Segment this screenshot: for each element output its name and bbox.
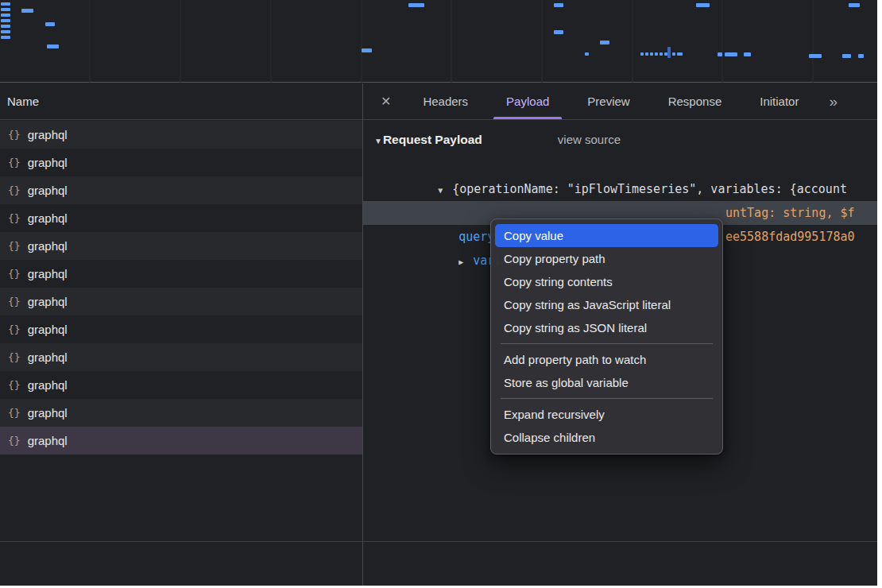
context-menu: Copy value Copy property path Copy strin… <box>490 219 723 455</box>
details-tab[interactable]: Preview <box>568 83 648 119</box>
payload-root-row[interactable]: ▼{operationName: "ipFlowTimeseries", var… <box>363 153 877 177</box>
request-row[interactable]: {} graphql <box>0 371 362 399</box>
json-icon: {} <box>8 323 21 335</box>
network-overview-timeline[interactable] <box>0 0 877 83</box>
property-value-right: ee5588fdad995178a0 <box>725 225 855 249</box>
context-menu-separator <box>501 398 713 399</box>
json-icon: {} <box>8 435 21 447</box>
menu-item-label: Expand recursively <box>504 408 605 421</box>
request-name: graphql <box>28 323 68 336</box>
context-menu-item[interactable]: Copy string as JavaScript literal <box>495 293 718 316</box>
request-name: graphql <box>28 350 68 364</box>
statusbar-divider <box>0 541 877 542</box>
request-row[interactable]: {} graphql <box>0 149 362 176</box>
context-menu-item[interactable]: Copy string as JSON literal <box>495 316 718 339</box>
context-menu-item[interactable]: Copy string contents <box>495 270 718 293</box>
details-tab[interactable]: Response <box>649 83 741 119</box>
property-value-right: untTag: string, $f <box>725 201 855 225</box>
menu-item-label: Copy value <box>504 229 563 242</box>
menu-item-label: Copy string contents <box>504 275 613 288</box>
request-row[interactable]: {} graphql <box>0 315 362 343</box>
request-name: graphql <box>28 128 68 141</box>
request-list: {} graphql {} graphql {} graphql {} grap… <box>0 121 362 455</box>
details-tabbar: ✕ Headers Payload Preview Response <box>363 83 877 120</box>
json-icon: {} <box>8 212 21 224</box>
view-source-link[interactable]: view source <box>558 133 621 146</box>
details-tabs: Headers Payload Preview Response Initiat… <box>404 83 818 119</box>
name-column-label: Name <box>7 95 39 108</box>
tab-label: Response <box>668 95 722 108</box>
devtools-window: Name {} graphql {} graphql {} graphql {}… <box>0 0 877 586</box>
tab-label: Initiator <box>760 95 799 108</box>
request-row[interactable]: {} graphql <box>0 427 362 455</box>
request-name: graphql <box>28 156 68 169</box>
menu-item-label: Store as global variable <box>504 376 629 389</box>
close-details-icon[interactable]: ✕ <box>363 94 404 109</box>
json-icon: {} <box>8 184 21 196</box>
menu-item-label: Collapse children <box>504 431 595 444</box>
menu-item-label: Copy string as JavaScript literal <box>504 298 671 311</box>
payload-operationname-row[interactable]: operationName: "ipFlowTimeseries" <box>363 177 877 201</box>
context-menu-separator <box>501 343 713 344</box>
menu-item-label: Add property path to watch <box>504 353 646 366</box>
menu-item-label: Copy property path <box>504 252 605 265</box>
expander-right-icon[interactable]: ▶ <box>458 250 473 274</box>
json-icon: {} <box>8 240 21 252</box>
request-row[interactable]: {} graphql <box>0 399 362 427</box>
json-icon: {} <box>8 351 21 363</box>
tab-label: Preview <box>587 95 629 108</box>
context-menu-item[interactable]: Add property path to watch <box>495 348 718 371</box>
tab-label: Payload <box>506 95 549 108</box>
request-name: graphql <box>28 211 68 225</box>
context-menu-item[interactable]: Store as global variable <box>495 371 718 394</box>
request-row[interactable]: {} graphql <box>0 232 362 260</box>
request-payload-section-header[interactable]: ▼ Request Payload view source <box>374 133 877 147</box>
details-tab[interactable]: Payload <box>487 83 568 119</box>
request-name: graphql <box>28 267 68 280</box>
context-menu-item[interactable]: Copy property path <box>495 247 718 270</box>
request-name: graphql <box>28 434 68 447</box>
context-menu-item[interactable]: Expand recursively <box>495 403 718 426</box>
json-icon: {} <box>8 129 21 141</box>
context-menu-item[interactable]: Copy value <box>495 224 718 247</box>
request-row[interactable]: {} graphql <box>0 343 362 371</box>
json-icon: {} <box>8 157 21 168</box>
details-tab[interactable]: Initiator <box>741 83 818 119</box>
context-menu-item[interactable]: Collapse children <box>495 426 718 449</box>
json-icon: {} <box>8 268 21 280</box>
more-tabs-icon[interactable]: » <box>829 93 837 110</box>
panel-divider[interactable] <box>362 83 363 586</box>
json-icon: {} <box>8 296 21 308</box>
request-row[interactable]: {} graphql <box>0 204 362 232</box>
request-name: graphql <box>28 378 68 392</box>
request-row[interactable]: {} graphql <box>0 288 362 315</box>
request-name: graphql <box>28 184 68 197</box>
menu-item-label: Copy string as JSON literal <box>504 321 647 335</box>
request-row[interactable]: {} graphql <box>0 176 362 204</box>
json-icon: {} <box>8 379 21 391</box>
tab-label: Headers <box>423 95 468 108</box>
name-column-header[interactable]: Name <box>0 83 362 120</box>
request-row[interactable]: {} graphql <box>0 260 362 288</box>
request-name: graphql <box>28 406 68 420</box>
json-icon: {} <box>8 407 21 419</box>
request-name: graphql <box>28 239 68 253</box>
details-tab[interactable]: Headers <box>404 83 487 119</box>
network-activity-bars <box>0 0 877 83</box>
request-name: graphql <box>28 295 68 308</box>
request-payload-title: Request Payload <box>383 133 482 147</box>
request-row[interactable]: {} graphql <box>0 121 362 149</box>
collapse-triangle-icon[interactable]: ▼ <box>374 137 382 145</box>
